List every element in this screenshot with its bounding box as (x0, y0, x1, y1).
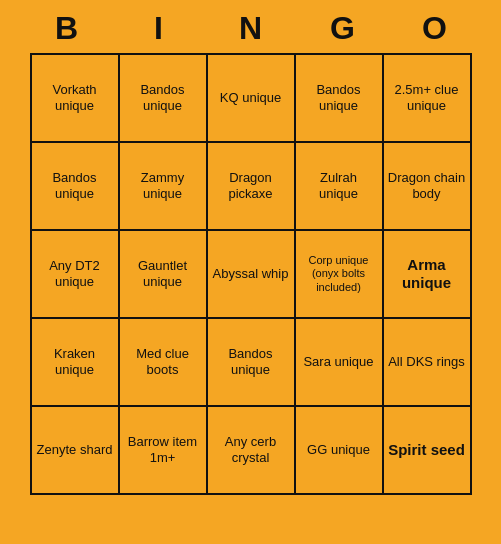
bingo-cell-18: Sara unique (296, 319, 384, 407)
bingo-cell-9: Dragon chain body (384, 143, 472, 231)
bingo-letter-N: N (215, 10, 287, 47)
bingo-grid: Vorkath uniqueBandos uniqueKQ uniqueBand… (30, 53, 472, 495)
bingo-letter-B: B (31, 10, 103, 47)
bingo-cell-12: Abyssal whip (208, 231, 296, 319)
bingo-cell-10: Any DT2 unique (32, 231, 120, 319)
bingo-letter-O: O (399, 10, 471, 47)
bingo-letter-G: G (307, 10, 379, 47)
bingo-cell-17: Bandos unique (208, 319, 296, 407)
bingo-cell-7: Dragon pickaxe (208, 143, 296, 231)
bingo-cell-4: 2.5m+ clue unique (384, 55, 472, 143)
bingo-cell-8: Zulrah unique (296, 143, 384, 231)
bingo-cell-2: KQ unique (208, 55, 296, 143)
bingo-cell-13: Corp unique (onyx bolts included) (296, 231, 384, 319)
bingo-cell-5: Bandos unique (32, 143, 120, 231)
bingo-header: BINGO (21, 0, 481, 53)
bingo-cell-15: Kraken unique (32, 319, 120, 407)
bingo-letter-I: I (123, 10, 195, 47)
bingo-cell-20: Zenyte shard (32, 407, 120, 495)
bingo-cell-0: Vorkath unique (32, 55, 120, 143)
bingo-cell-22: Any cerb crystal (208, 407, 296, 495)
bingo-cell-14: Arma unique (384, 231, 472, 319)
bingo-cell-3: Bandos unique (296, 55, 384, 143)
bingo-cell-6: Zammy unique (120, 143, 208, 231)
bingo-cell-11: Gauntlet unique (120, 231, 208, 319)
bingo-cell-1: Bandos unique (120, 55, 208, 143)
bingo-cell-21: Barrow item 1m+ (120, 407, 208, 495)
bingo-cell-16: Med clue boots (120, 319, 208, 407)
bingo-cell-24: Spirit seed (384, 407, 472, 495)
bingo-cell-23: GG unique (296, 407, 384, 495)
bingo-cell-19: All DKS rings (384, 319, 472, 407)
